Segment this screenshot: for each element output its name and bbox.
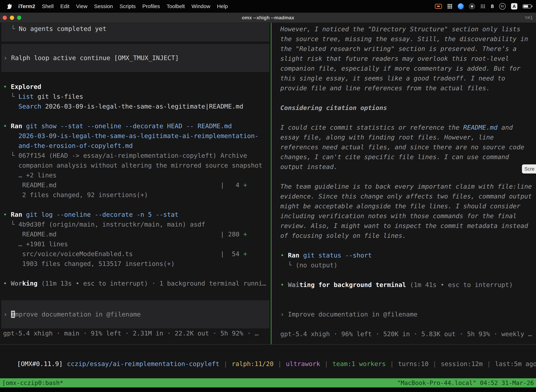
terminal-line: └ List git ls-files — [0, 92, 271, 102]
menu-item-view[interactable]: View — [76, 3, 87, 9]
omx-separator: | — [487, 360, 491, 367]
terminal-line: The team guideline is to back every impo… — [272, 182, 536, 191]
bottom-strip — [0, 387, 536, 392]
blank-line — [0, 200, 271, 210]
blank-line — [272, 113, 536, 123]
menu-app-name[interactable]: iTerm2 — [18, 3, 35, 9]
menu-item-toolbelt[interactable]: Toolbelt — [167, 3, 185, 9]
terminal-line: 2026-03-09-is-legal-the-same-as-legitima… — [0, 131, 271, 141]
terminal-line: changes, I can't cite specific file line… — [272, 152, 536, 162]
menu-left: iTerm2 Shell Edit View Session Scripts P… — [7, 3, 228, 9]
omx-worktree-path: cczip/essay/ai-reimplementation-copyleft — [67, 360, 220, 367]
blank-line — [272, 270, 536, 280]
stat-digit-icon[interactable]: 8 — [491, 3, 494, 9]
menu-item-help[interactable]: Help — [217, 3, 228, 9]
battery-percent-label: 61 — [501, 5, 504, 8]
terminal-line: … +1901 lines — [0, 239, 271, 249]
blank-line — [272, 241, 536, 250]
terminal-line: 2 files changed, 92 insertions(+) — [0, 190, 271, 200]
tmux-session-window[interactable]: [omx-cczip0:bash* — [2, 378, 63, 387]
agents-panel: └ No agents completed yet — [1, 23, 269, 42]
window-title-bar: omx --xhigh --madmax ⌥⌘1 — [0, 13, 536, 23]
omx-version: [OMX#0.11.9] — [17, 360, 63, 367]
terminal-line: README.md | 280 + — [0, 229, 271, 239]
close-window-button[interactable] — [3, 16, 7, 20]
battery-icon[interactable] — [523, 4, 531, 9]
screen-share-overlay[interactable]: Scre — [522, 164, 536, 173]
thinking-heading: Considering citation options — [272, 103, 536, 113]
blank-line — [0, 111, 271, 121]
menu-item-shell[interactable]: Shell — [42, 3, 54, 9]
terminal-line: Search 2026-03-09-is-legal-the-same-as-l… — [0, 102, 271, 111]
blank-line — [272, 300, 536, 309]
terminal-line: the "Related research writing" section i… — [272, 44, 536, 54]
prompt-input[interactable]: › Improve documentation in @filename — [1, 300, 269, 328]
menu-status-icons: 8 61 A — [435, 3, 531, 10]
ralph-loop-banner: › Ralph loop active continue [OMX_TMUX_I… — [1, 44, 269, 72]
omx-ralph-counter: ralph:11/20 — [232, 360, 273, 367]
terminal-line: and-the-erosion-of-copyleft.md — [0, 141, 271, 151]
blank-line — [0, 269, 271, 279]
blank-line — [272, 319, 536, 329]
omx-mode-badge: ultrawork — [286, 360, 320, 367]
omx-session-time: session:12m — [441, 360, 483, 367]
terminal-line: review. Also, I might want to inspect th… — [272, 221, 536, 231]
terminal-line: evidence. Since this change only affects… — [272, 191, 536, 201]
terminal-line: output instead. — [272, 162, 536, 172]
window-title: omx --xhigh --madmax — [242, 15, 294, 21]
input-source-icon[interactable]: A — [511, 3, 517, 9]
dots-grid-icon[interactable] — [480, 4, 486, 9]
terminal-line: companion file, especially if more comme… — [272, 64, 536, 73]
terminal-line: … +2 lines — [0, 170, 271, 180]
omx-separator: | — [278, 360, 282, 367]
ran-command: • Ran git status --short — [272, 250, 536, 260]
omx-status-bar: [OMX#0.11.9]cczip/essay/ai-reimplementat… — [0, 344, 536, 378]
terminal-line: the source tree, missing the essay. Stil… — [272, 34, 536, 44]
ran-command: • Ran git log --oneline --decorate -n 5 … — [0, 210, 271, 219]
terminal-line: this single essay, it seems like a good … — [272, 73, 536, 83]
traffic-lights — [3, 16, 21, 20]
terminal-line: including verification notes with those … — [272, 211, 536, 221]
prompt-input[interactable]: › Improve documentation in @filename — [272, 309, 536, 319]
menu-item-profiles[interactable]: Profiles — [142, 3, 160, 9]
terminal-line: └ 067f154 (HEAD -> essay/ai-reimplementa… — [0, 151, 271, 160]
menu-item-scripts[interactable]: Scripts — [120, 3, 136, 9]
blank-line — [272, 172, 536, 182]
omx-turns: turns:10 — [398, 360, 428, 367]
apps-grid-icon[interactable] — [447, 4, 452, 9]
terminal-line: I could cite commit statistics or refere… — [272, 123, 536, 132]
battery-gauge-icon[interactable]: 61 — [499, 3, 506, 10]
terminal-line: of focusing solely on file lines. — [272, 231, 536, 241]
ran-command: • Ran git show --stat --oneline --decora… — [0, 121, 271, 131]
tmux-hostname-clock: "MacBook-Pro-44.local" 04:52 31-Mar-26 — [397, 378, 534, 387]
iterm2-window: iTerm2 Shell Edit View Session Scripts P… — [0, 0, 536, 392]
omx-team-workers: team:1 workers — [332, 360, 386, 367]
blank-line — [0, 72, 271, 82]
terminal-content: └ No agents completed yet› Ralph loop ac… — [0, 23, 536, 344]
terminal-line: companion analysis without altering the … — [0, 160, 271, 170]
left-pane[interactable]: └ No agents completed yet› Ralph loop ac… — [0, 23, 271, 344]
minimize-window-button[interactable] — [10, 16, 14, 20]
terminal-line: └ (no output) — [272, 260, 536, 270]
model-status: gpt-5.4 xhigh · 96% left · 520K in · 5.8… — [272, 329, 536, 339]
terminal-line: 1903 files changed, 513517 insertions(+) — [0, 259, 271, 269]
screen-recording-icon[interactable] — [435, 4, 442, 9]
menu-item-edit[interactable]: Edit — [60, 3, 69, 9]
blue-app-icon[interactable] — [458, 3, 464, 9]
menu-item-session[interactable]: Session — [94, 3, 113, 9]
terminal-line: essay file, along with finding root file… — [272, 132, 536, 142]
dark-app-icon[interactable] — [469, 3, 475, 9]
omx-separator: | — [390, 360, 394, 367]
terminal-line: might be acceptable alongside the file l… — [272, 201, 536, 211]
terminal-line: references need actual files, and since … — [272, 142, 536, 152]
menu-item-window[interactable]: Window — [191, 3, 210, 9]
menu-bar: iTerm2 Shell Edit View Session Scripts P… — [0, 0, 536, 13]
working-status: • Working (11m 13s • esc to interrupt) ·… — [0, 279, 271, 288]
omx-separator: | — [325, 360, 328, 367]
apple-menu-icon[interactable] — [7, 4, 12, 9]
explored-heading: • Explored — [0, 82, 271, 92]
right-pane[interactable]: However, I noticed the "Directory Struct… — [272, 23, 536, 344]
terminal-line: README.md | 4 + — [0, 180, 271, 190]
zoom-window-button[interactable] — [17, 16, 21, 20]
omx-separator: | — [433, 360, 437, 367]
